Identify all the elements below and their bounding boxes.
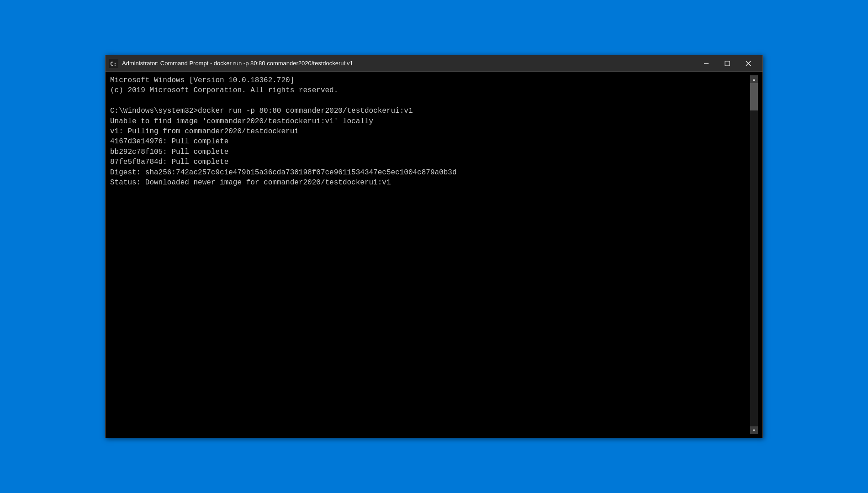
scroll-down-arrow[interactable]: ▼	[750, 426, 758, 434]
scrollbar-thumb[interactable]	[750, 83, 758, 110]
cmd-icon: C:	[109, 59, 118, 68]
scrollbar-track[interactable]	[750, 83, 758, 426]
terminal-body: Microsoft Windows [Version 10.0.18362.72…	[106, 72, 762, 438]
svg-text:C:: C:	[110, 61, 116, 67]
svg-rect-2	[704, 63, 709, 64]
terminal-output[interactable]: Microsoft Windows [Version 10.0.18362.72…	[110, 75, 750, 434]
scrollbar[interactable]: ▲ ▼	[750, 75, 758, 434]
minimize-button[interactable]	[696, 55, 717, 72]
title-bar: C: Administrator: Command Prompt - docke…	[106, 55, 762, 72]
close-button[interactable]	[738, 55, 759, 72]
window-title: Administrator: Command Prompt - docker r…	[122, 60, 696, 67]
svg-rect-3	[725, 61, 730, 66]
scroll-up-arrow[interactable]: ▲	[750, 75, 758, 83]
window-controls	[696, 55, 759, 72]
cmd-window: C: Administrator: Command Prompt - docke…	[105, 55, 763, 438]
maximize-button[interactable]	[717, 55, 738, 72]
